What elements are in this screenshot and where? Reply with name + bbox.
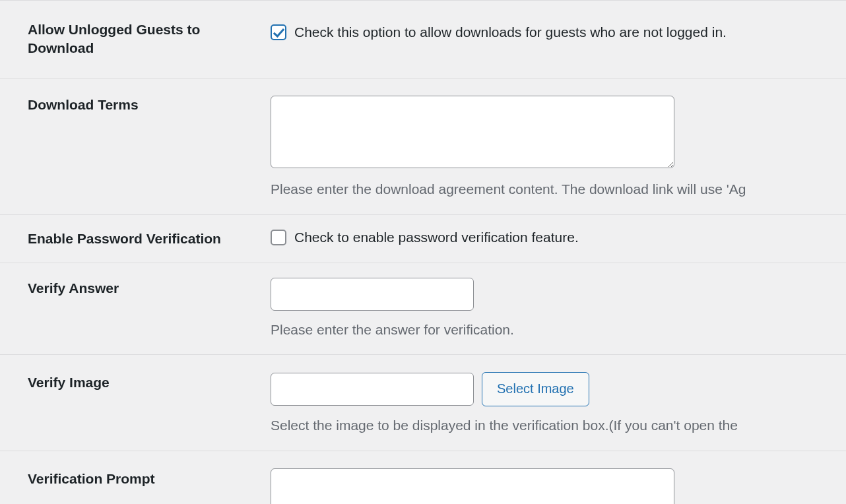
row-verify-image: Verify Image Select Image Select the ima… bbox=[0, 354, 846, 451]
row-enable-password-verification: Enable Password Verification Check to en… bbox=[0, 215, 846, 263]
description-verify-image: Select the image to be displayed in the … bbox=[271, 416, 839, 435]
description-download-terms: Please enter the download agreement cont… bbox=[271, 179, 839, 199]
checkbox-allow-unlogged-guests[interactable] bbox=[271, 24, 286, 40]
checkbox-label-enable-password: Check to enable password verification fe… bbox=[294, 230, 579, 245]
checkbox-label-allow-guests: Check this option to allow downloads for… bbox=[294, 24, 727, 40]
select-image-button[interactable]: Select Image bbox=[482, 372, 589, 406]
textarea-verification-prompt[interactable] bbox=[271, 468, 674, 504]
row-allow-unlogged-guests: Allow Unlogged Guests to Download Check … bbox=[0, 1, 846, 79]
label-download-terms: Download Terms bbox=[0, 78, 264, 214]
label-verification-prompt: Verification Prompt bbox=[0, 451, 264, 504]
row-verification-prompt: Verification Prompt bbox=[0, 451, 846, 504]
label-verify-image: Verify Image bbox=[0, 354, 264, 451]
label-allow-unlogged-guests: Allow Unlogged Guests to Download bbox=[0, 1, 264, 79]
description-verify-answer: Please enter the answer for verification… bbox=[271, 320, 839, 339]
row-verify-answer: Verify Answer Please enter the answer fo… bbox=[0, 263, 846, 354]
textarea-download-terms[interactable] bbox=[271, 96, 674, 168]
checkbox-wrapper-allow-guests[interactable]: Check this option to allow downloads for… bbox=[271, 24, 839, 40]
input-verify-answer[interactable] bbox=[271, 278, 474, 311]
label-verify-answer: Verify Answer bbox=[0, 263, 264, 354]
checkbox-wrapper-enable-password[interactable]: Check to enable password verification fe… bbox=[271, 230, 839, 245]
label-enable-password-verification: Enable Password Verification bbox=[0, 215, 264, 263]
checkbox-enable-password-verification[interactable] bbox=[271, 230, 286, 245]
input-verify-image[interactable] bbox=[271, 373, 474, 406]
row-download-terms: Download Terms Please enter the download… bbox=[0, 78, 846, 214]
